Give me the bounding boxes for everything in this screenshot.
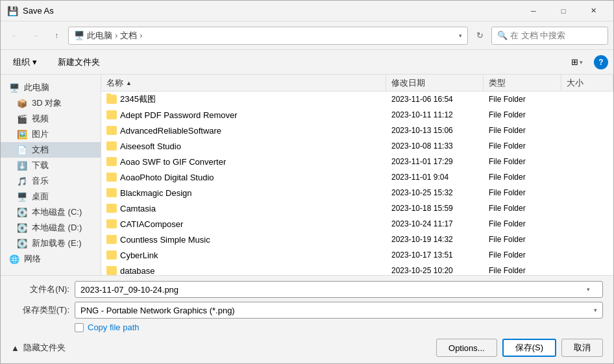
search-icon: 🔍: [497, 30, 508, 40]
search-input[interactable]: [510, 30, 602, 40]
breadcrumb[interactable]: 🖥️ 此电脑 › 文档 › ▾: [68, 27, 468, 45]
action-buttons: Options... 保存(S) 取消: [436, 339, 603, 357]
table-row[interactable]: CyberLink 2023-10-17 13:51 File Folder: [101, 247, 613, 263]
table-row[interactable]: AoaoPhoto Digital Studio 2023-11-01 9:04…: [101, 169, 613, 185]
file-name-cell: CATIAComposer: [101, 219, 386, 229]
file-modified-cell: 2023-10-25 10:20: [386, 266, 484, 275]
window-controls: ─ □ ✕: [519, 1, 608, 21]
table-row[interactable]: CATIAComposer 2023-10-24 11:17 File Fold…: [101, 216, 613, 232]
file-name-cell: Blackmagic Design: [101, 188, 386, 198]
file-modified-cell: 2023-10-19 14:32: [386, 235, 484, 244]
sidebar-item-local-d[interactable]: 💽 本地磁盘 (D:): [1, 220, 101, 236]
navigation-toolbar: ← → ↑ 🖥️ 此电脑 › 文档 › ▾ ↻ 🔍: [1, 21, 613, 50]
filetype-dropdown-icon: ▾: [594, 307, 597, 313]
breadcrumb-part2: 文档: [120, 30, 137, 42]
col-size[interactable]: 大小: [561, 75, 613, 91]
file-modified-cell: 2023-11-01 9:04: [386, 173, 484, 182]
col-type[interactable]: 类型: [484, 75, 561, 91]
col-modified[interactable]: 修改日期: [386, 75, 484, 91]
table-row[interactable]: Aiseesoft Studio 2023-10-08 11:33 File F…: [101, 138, 613, 154]
music-icon: 🎵: [16, 175, 28, 187]
desktop-icon: 🖥️: [16, 191, 28, 202]
table-row[interactable]: Countless Simple Music 2023-10-19 14:32 …: [101, 232, 613, 247]
sidebar-item-documents[interactable]: 📄 文档: [1, 142, 101, 158]
bottom-area: 文件名(N): ▾ 保存类型(T): PNG - Portable Networ…: [1, 275, 613, 363]
view-button[interactable]: ⊞ ▾: [565, 54, 589, 71]
save-button[interactable]: 保存(S): [502, 339, 556, 357]
downloads-icon: ⬇️: [16, 160, 28, 171]
local-d-icon: 💽: [16, 222, 28, 234]
sidebar-item-local-c[interactable]: 💽 本地磁盘 (C:): [1, 204, 101, 220]
sidebar-item-3d[interactable]: 📦 3D 对象: [1, 95, 101, 111]
sort-icon: ▲: [126, 80, 132, 86]
file-modified-cell: 2023-11-01 17:29: [386, 157, 484, 166]
col-name[interactable]: 名称 ▲: [101, 75, 386, 91]
view-icon: ⊞: [571, 57, 578, 67]
table-row[interactable]: Camtasia 2023-10-18 15:59 File Folder: [101, 200, 613, 216]
actions-bar: 组织 ▾ 新建文件夹 ⊞ ▾ ?: [1, 50, 613, 75]
file-name-cell: 2345截图: [101, 93, 386, 105]
hide-folders-toggle[interactable]: ▲ 隐藏文件夹: [11, 342, 66, 354]
file-type-cell: File Folder: [484, 250, 561, 260]
file-type-cell: File Folder: [484, 204, 561, 213]
folder-icon: [106, 126, 117, 135]
sidebar-item-computer[interactable]: 🖥️ 此电脑: [1, 80, 101, 95]
hide-folders-label: 隐藏文件夹: [23, 342, 66, 354]
close-button[interactable]: ✕: [578, 1, 608, 21]
forward-button[interactable]: →: [27, 27, 45, 45]
up-button[interactable]: ↑: [47, 27, 66, 45]
new-folder-button[interactable]: 新建文件夹: [49, 54, 108, 71]
sidebar-item-desktop[interactable]: 🖥️ 桌面: [1, 189, 101, 204]
refresh-button[interactable]: ↻: [471, 27, 489, 45]
sidebar-item-pictures-label: 图片: [32, 128, 49, 140]
file-type-cell: File Folder: [484, 266, 561, 275]
file-name-cell: AoaoPhoto Digital Studio: [101, 173, 386, 182]
file-name-cell: CyberLink: [101, 250, 386, 260]
organize-button[interactable]: 组织 ▾: [6, 54, 44, 71]
file-name-cell: database: [101, 266, 386, 276]
sidebar-item-network[interactable]: 🌐 网络: [1, 251, 101, 267]
search-box[interactable]: 🔍: [491, 27, 608, 45]
back-button[interactable]: ←: [6, 27, 24, 45]
file-type-cell: File Folder: [484, 173, 561, 182]
sidebar-item-computer-label: 此电脑: [24, 82, 49, 93]
copy-path-label: Copy file path: [88, 322, 140, 332]
folder-icon: [106, 204, 117, 213]
file-modified-cell: 2023-10-13 15:06: [386, 126, 484, 135]
file-type-cell: File Folder: [484, 219, 561, 228]
computer-icon: 🖥️: [8, 82, 20, 93]
maximize-button[interactable]: □: [548, 1, 578, 21]
filetype-value: PNG - Portable Network Graphics (*.png): [80, 306, 235, 315]
sidebar-item-pictures[interactable]: 🖼️ 图片: [1, 127, 101, 142]
copy-path-row: Copy file path: [11, 322, 603, 332]
options-button[interactable]: Options...: [436, 339, 497, 357]
table-row[interactable]: Blackmagic Design 2023-10-25 15:32 File …: [101, 185, 613, 200]
help-button[interactable]: ?: [594, 55, 608, 69]
cancel-button[interactable]: 取消: [561, 339, 603, 357]
pictures-icon: 🖼️: [16, 128, 28, 140]
filename-dropdown-icon[interactable]: ▾: [587, 286, 590, 293]
filename-label: 文件名(N):: [11, 284, 69, 295]
sidebar-item-music[interactable]: 🎵 音乐: [1, 173, 101, 189]
sidebar-item-video[interactable]: 🎬 视频: [1, 111, 101, 127]
filetype-select[interactable]: PNG - Portable Network Graphics (*.png) …: [75, 302, 603, 319]
breadcrumb-dropdown-icon[interactable]: ▾: [459, 32, 462, 39]
sidebar-item-network-label: 网络: [24, 253, 41, 265]
table-row[interactable]: Adept PDF Password Remover 2023-10-11 11…: [101, 107, 613, 123]
filetype-row: 保存类型(T): PNG - Portable Network Graphics…: [11, 302, 603, 319]
copy-path-checkbox[interactable]: [75, 323, 84, 332]
filename-input[interactable]: [80, 285, 584, 295]
sidebar-item-new-vol-e[interactable]: 💽 新加载卷 (E:): [1, 236, 101, 251]
table-row[interactable]: database 2023-10-25 10:20 File Folder: [101, 263, 613, 275]
sidebar-item-downloads[interactable]: ⬇️ 下载: [1, 158, 101, 173]
window-title: Save As: [23, 6, 519, 16]
table-row[interactable]: AdvancedReliableSoftware 2023-10-13 15:0…: [101, 123, 613, 138]
file-modified-cell: 2023-11-06 16:54: [386, 95, 484, 104]
filename-input-container[interactable]: ▾: [75, 281, 603, 298]
minimize-button[interactable]: ─: [519, 1, 548, 21]
filename-row: 文件名(N): ▾: [11, 281, 603, 298]
documents-icon: 📄: [16, 144, 28, 156]
file-modified-cell: 2023-10-18 15:59: [386, 204, 484, 213]
table-row[interactable]: Aoao SWF to GIF Converter 2023-11-01 17:…: [101, 154, 613, 169]
table-row[interactable]: 2345截图 2023-11-06 16:54 File Folder: [101, 91, 613, 107]
